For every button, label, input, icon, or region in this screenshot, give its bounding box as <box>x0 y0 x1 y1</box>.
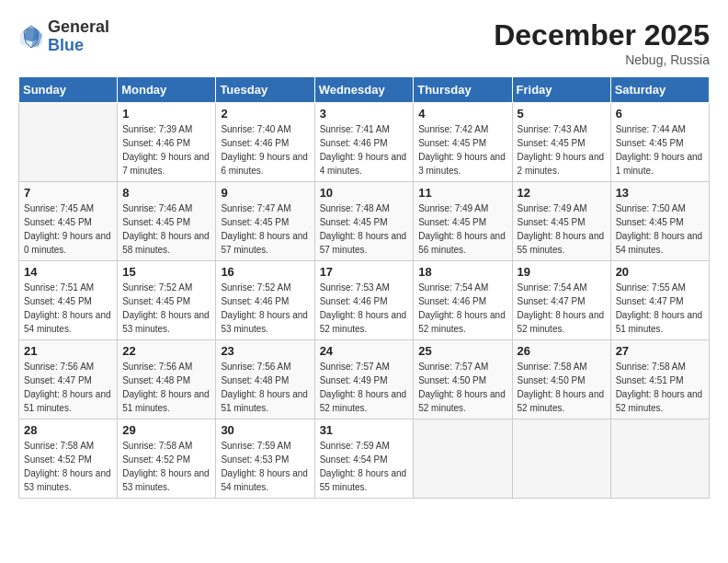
logo-text: General Blue <box>48 18 109 55</box>
calendar-day-header: Tuesday <box>216 77 314 103</box>
calendar-day-cell: 18Sunrise: 7:54 AMSunset: 4:46 PMDayligh… <box>414 261 512 340</box>
day-info: Sunrise: 7:57 AMSunset: 4:50 PMDaylight:… <box>418 360 506 415</box>
day-number: 7 <box>24 186 112 200</box>
day-number: 12 <box>518 186 606 200</box>
day-info: Sunrise: 7:56 AMSunset: 4:48 PMDaylight:… <box>221 360 309 415</box>
day-info: Sunrise: 7:53 AMSunset: 4:46 PMDaylight:… <box>320 281 409 336</box>
day-number: 5 <box>518 107 606 121</box>
calendar-day-cell: 6Sunrise: 7:44 AMSunset: 4:45 PMDaylight… <box>610 103 709 182</box>
day-number: 11 <box>418 186 506 200</box>
day-number: 22 <box>122 344 210 358</box>
main-title: December 2025 <box>494 18 710 52</box>
calendar-day-cell: 4Sunrise: 7:42 AMSunset: 4:45 PMDaylight… <box>414 103 512 182</box>
day-info: Sunrise: 7:58 AMSunset: 4:50 PMDaylight:… <box>518 360 606 415</box>
day-info: Sunrise: 7:39 AMSunset: 4:46 PMDaylight:… <box>122 122 210 178</box>
calendar-day-cell <box>19 103 118 182</box>
calendar-day-cell: 2Sunrise: 7:40 AMSunset: 4:46 PMDaylight… <box>216 103 314 182</box>
day-number: 31 <box>320 423 409 437</box>
calendar-week-row: 14Sunrise: 7:51 AMSunset: 4:45 PMDayligh… <box>19 261 710 340</box>
title-block: December 2025 Nebug, Russia <box>494 18 710 67</box>
day-number: 2 <box>221 107 309 121</box>
day-info: Sunrise: 7:44 AMSunset: 4:45 PMDaylight:… <box>616 122 704 178</box>
subtitle: Nebug, Russia <box>494 52 710 67</box>
calendar-day-cell: 31Sunrise: 7:59 AMSunset: 4:54 PMDayligh… <box>314 419 414 499</box>
calendar-week-row: 28Sunrise: 7:58 AMSunset: 4:52 PMDayligh… <box>19 419 710 499</box>
calendar-table: SundayMondayTuesdayWednesdayThursdayFrid… <box>18 76 710 499</box>
calendar-day-cell: 9Sunrise: 7:47 AMSunset: 4:45 PMDaylight… <box>216 182 314 261</box>
calendar-week-row: 1Sunrise: 7:39 AMSunset: 4:46 PMDaylight… <box>19 103 710 182</box>
logo-blue: Blue <box>48 36 84 54</box>
calendar-day-cell: 16Sunrise: 7:52 AMSunset: 4:46 PMDayligh… <box>216 261 314 340</box>
calendar-day-cell <box>512 419 610 499</box>
day-info: Sunrise: 7:42 AMSunset: 4:45 PMDaylight:… <box>418 122 506 178</box>
day-info: Sunrise: 7:40 AMSunset: 4:46 PMDaylight:… <box>221 122 309 178</box>
calendar-day-cell: 3Sunrise: 7:41 AMSunset: 4:46 PMDaylight… <box>314 103 414 182</box>
day-info: Sunrise: 7:48 AMSunset: 4:45 PMDaylight:… <box>320 201 409 257</box>
page-container: General Blue December 2025 Nebug, Russia… <box>18 18 710 499</box>
calendar-day-cell: 29Sunrise: 7:58 AMSunset: 4:52 PMDayligh… <box>118 419 216 499</box>
calendar-day-cell: 10Sunrise: 7:48 AMSunset: 4:45 PMDayligh… <box>314 182 414 261</box>
day-info: Sunrise: 7:57 AMSunset: 4:49 PMDaylight:… <box>320 360 409 415</box>
calendar-day-cell: 30Sunrise: 7:59 AMSunset: 4:53 PMDayligh… <box>216 419 314 499</box>
day-info: Sunrise: 7:46 AMSunset: 4:45 PMDaylight:… <box>122 201 210 257</box>
calendar-day-cell: 1Sunrise: 7:39 AMSunset: 4:46 PMDaylight… <box>118 103 216 182</box>
day-info: Sunrise: 7:43 AMSunset: 4:45 PMDaylight:… <box>518 122 606 178</box>
day-info: Sunrise: 7:47 AMSunset: 4:45 PMDaylight:… <box>221 201 309 257</box>
day-number: 27 <box>616 344 704 358</box>
day-number: 10 <box>320 186 409 200</box>
calendar-day-cell: 13Sunrise: 7:50 AMSunset: 4:45 PMDayligh… <box>610 182 709 261</box>
day-number: 24 <box>320 344 409 358</box>
day-info: Sunrise: 7:52 AMSunset: 4:45 PMDaylight:… <box>122 281 210 336</box>
day-info: Sunrise: 7:58 AMSunset: 4:52 PMDaylight:… <box>122 439 210 494</box>
calendar-day-cell: 14Sunrise: 7:51 AMSunset: 4:45 PMDayligh… <box>19 261 118 340</box>
calendar-day-cell: 17Sunrise: 7:53 AMSunset: 4:46 PMDayligh… <box>314 261 414 340</box>
day-number: 29 <box>122 423 210 437</box>
day-number: 1 <box>122 107 210 121</box>
day-number: 9 <box>221 186 309 200</box>
day-info: Sunrise: 7:50 AMSunset: 4:45 PMDaylight:… <box>616 201 704 257</box>
day-info: Sunrise: 7:55 AMSunset: 4:47 PMDaylight:… <box>616 281 704 336</box>
day-info: Sunrise: 7:54 AMSunset: 4:47 PMDaylight:… <box>518 281 606 336</box>
calendar-day-header: Thursday <box>414 77 512 103</box>
calendar-day-cell: 25Sunrise: 7:57 AMSunset: 4:50 PMDayligh… <box>414 340 512 419</box>
calendar-day-header: Wednesday <box>314 77 414 103</box>
day-info: Sunrise: 7:56 AMSunset: 4:48 PMDaylight:… <box>122 360 210 415</box>
day-number: 3 <box>320 107 409 121</box>
day-number: 26 <box>518 344 606 358</box>
day-info: Sunrise: 7:58 AMSunset: 4:52 PMDaylight:… <box>24 439 112 494</box>
logo-general: General <box>48 17 109 36</box>
calendar-day-cell: 8Sunrise: 7:46 AMSunset: 4:45 PMDaylight… <box>118 182 216 261</box>
day-number: 6 <box>616 107 704 121</box>
calendar-day-cell: 12Sunrise: 7:49 AMSunset: 4:45 PMDayligh… <box>512 182 610 261</box>
day-info: Sunrise: 7:51 AMSunset: 4:45 PMDaylight:… <box>24 281 112 336</box>
day-info: Sunrise: 7:59 AMSunset: 4:53 PMDaylight:… <box>221 439 309 494</box>
calendar-day-cell: 26Sunrise: 7:58 AMSunset: 4:50 PMDayligh… <box>512 340 610 419</box>
calendar-day-cell: 27Sunrise: 7:58 AMSunset: 4:51 PMDayligh… <box>610 340 709 419</box>
day-info: Sunrise: 7:41 AMSunset: 4:46 PMDaylight:… <box>320 122 409 178</box>
day-info: Sunrise: 7:54 AMSunset: 4:46 PMDaylight:… <box>418 281 506 336</box>
calendar-day-cell: 15Sunrise: 7:52 AMSunset: 4:45 PMDayligh… <box>118 261 216 340</box>
day-number: 23 <box>221 344 309 358</box>
day-number: 18 <box>418 265 506 279</box>
day-number: 20 <box>616 265 704 279</box>
day-number: 8 <box>122 186 210 200</box>
day-info: Sunrise: 7:56 AMSunset: 4:47 PMDaylight:… <box>24 360 112 415</box>
day-number: 19 <box>518 265 606 279</box>
calendar-day-cell: 24Sunrise: 7:57 AMSunset: 4:49 PMDayligh… <box>314 340 414 419</box>
calendar-week-row: 21Sunrise: 7:56 AMSunset: 4:47 PMDayligh… <box>19 340 710 419</box>
calendar-week-row: 7Sunrise: 7:45 AMSunset: 4:45 PMDaylight… <box>19 182 710 261</box>
calendar-day-cell: 11Sunrise: 7:49 AMSunset: 4:45 PMDayligh… <box>414 182 512 261</box>
day-info: Sunrise: 7:45 AMSunset: 4:45 PMDaylight:… <box>24 201 112 257</box>
day-number: 15 <box>122 265 210 279</box>
day-info: Sunrise: 7:59 AMSunset: 4:54 PMDaylight:… <box>320 439 409 494</box>
day-info: Sunrise: 7:58 AMSunset: 4:51 PMDaylight:… <box>616 360 704 415</box>
day-number: 21 <box>24 344 112 358</box>
calendar-day-cell: 7Sunrise: 7:45 AMSunset: 4:45 PMDaylight… <box>19 182 118 261</box>
logo-icon <box>18 24 44 50</box>
calendar-header-row: SundayMondayTuesdayWednesdayThursdayFrid… <box>19 77 710 103</box>
day-info: Sunrise: 7:49 AMSunset: 4:45 PMDaylight:… <box>418 201 506 257</box>
day-number: 14 <box>24 265 112 279</box>
calendar-day-cell <box>610 419 709 499</box>
calendar-day-cell: 21Sunrise: 7:56 AMSunset: 4:47 PMDayligh… <box>19 340 118 419</box>
calendar-day-cell <box>414 419 512 499</box>
